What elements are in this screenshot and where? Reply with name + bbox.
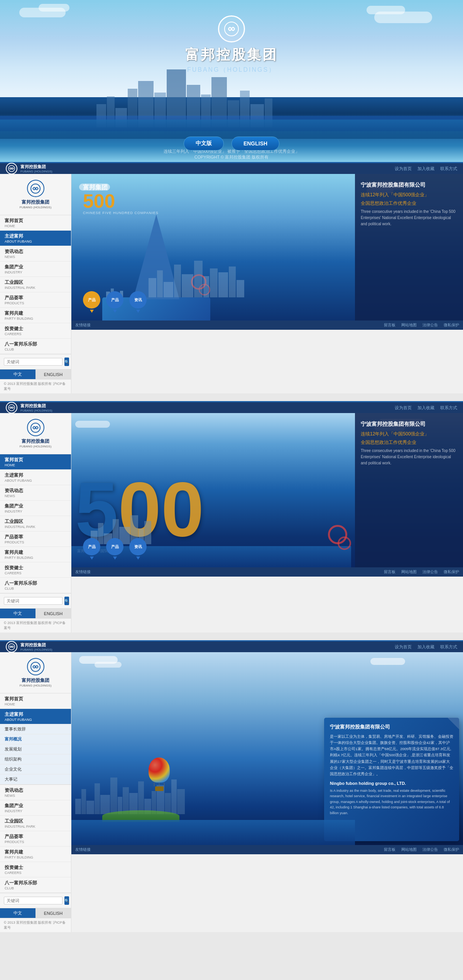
search-btn-3[interactable]: 🔍 bbox=[64, 896, 69, 905]
sidebar-nav-1: 富邦首页 HOME 主进富邦 ABOUT FUBANG 资讯动态 NEWS 集团… bbox=[0, 215, 71, 354]
footer-link-privacy[interactable]: 微私保护 bbox=[444, 322, 459, 328]
nav-park-3[interactable]: 工业园区 INDUSTRIAL PARK bbox=[0, 816, 71, 831]
footer-link-board-2[interactable]: 留言板 bbox=[384, 569, 395, 575]
sub-nav-overview[interactable]: 富邦概况 bbox=[0, 734, 71, 744]
nav-products-2[interactable]: 产品荟萃 PRODUCTS bbox=[0, 531, 71, 547]
bubble2-3[interactable]: 资讯 bbox=[129, 538, 147, 560]
search-btn-2[interactable]: 🔍 bbox=[64, 597, 69, 605]
nav-club-3[interactable]: 八一富邦乐乐部 CLUB bbox=[0, 877, 71, 893]
nav-industry-cn-1: 集团产业 bbox=[5, 264, 66, 270]
cloud3-2 bbox=[95, 662, 122, 668]
footer-link-privacy-3[interactable]: 微私保护 bbox=[444, 847, 459, 852]
footer-link-legal[interactable]: 法律公告 bbox=[422, 322, 438, 328]
top-link-contact-1[interactable]: 联系方式 bbox=[440, 166, 457, 172]
bubble2-1[interactable]: 产品 bbox=[83, 538, 100, 560]
footer-link-legal-2[interactable]: 法律公告 bbox=[422, 569, 438, 575]
top-link-contact-3[interactable]: 联系方式 bbox=[440, 644, 457, 650]
footer-link-privacy-2[interactable]: 微私保护 bbox=[444, 569, 459, 575]
nav-news-2[interactable]: 资讯动态 NEWS bbox=[0, 485, 71, 501]
hero-btn-en[interactable]: ENGLISH bbox=[231, 137, 279, 150]
search-btn-1[interactable]: 🔍 bbox=[64, 358, 69, 366]
sub-nav-history[interactable]: 大事记 bbox=[0, 774, 71, 784]
nav-products-cn-2: 产品荟萃 bbox=[5, 534, 66, 540]
top-link-favorite-2[interactable]: 加入收藏 bbox=[417, 405, 434, 411]
nav-park-2[interactable]: 工业园区 INDUSTRIAL PARK bbox=[0, 516, 71, 531]
top-link-contact-2[interactable]: 联系方式 bbox=[440, 405, 457, 411]
footer-link-board-3[interactable]: 留言板 bbox=[384, 847, 395, 852]
nav-about-cn-1: 主进富邦 bbox=[5, 233, 66, 240]
nav-home-1[interactable]: 富邦首页 HOME bbox=[0, 215, 71, 231]
hero-btn-cn[interactable]: 中文版 bbox=[184, 137, 224, 150]
hero-title-cn: 富邦控股集团 bbox=[185, 46, 278, 64]
nav-careers-1[interactable]: 投资健士 CAREERS bbox=[0, 323, 71, 339]
top-link-favorite-3[interactable]: 加入收藏 bbox=[417, 644, 434, 650]
nav-home-3[interactable]: 富邦首页 HOME bbox=[0, 693, 71, 709]
search-input-1[interactable] bbox=[4, 358, 63, 366]
nav-about-1[interactable]: 主进富邦 ABOUT FUBANG bbox=[0, 231, 71, 246]
content-footer-3: 友情链接 留言板 网站地图 法律公告 微私保护 bbox=[71, 845, 463, 854]
nav-park-1[interactable]: 工业园区 INDUSTRIAL PARK bbox=[0, 277, 71, 292]
sidebar-1: 富邦控股集团 FUBANG (HOLDINGS) 富邦首页 HOME 主进富邦 … bbox=[0, 174, 71, 393]
nav-news-1[interactable]: 资讯动态 NEWS bbox=[0, 246, 71, 261]
lang-en-btn-2[interactable]: ENGLISH bbox=[35, 609, 71, 618]
nav-about-2[interactable]: 主进富邦 ABOUT FUBANG bbox=[0, 470, 71, 485]
search-input-3[interactable] bbox=[4, 897, 63, 904]
bubble-pin-1 bbox=[90, 310, 94, 313]
nav-party-2[interactable]: 富邦共建 PARTY BUILDING bbox=[0, 547, 71, 562]
top-bar-logo-circle-2 bbox=[6, 402, 17, 413]
footer-link-sitemap-2[interactable]: 网站地图 bbox=[401, 569, 417, 575]
bg-skyline-3 bbox=[75, 752, 355, 814]
nav-club-1[interactable]: 八一富邦乐乐部 CLUB bbox=[0, 339, 71, 354]
bubble-1[interactable]: 产品 bbox=[83, 291, 100, 313]
nav-careers-3[interactable]: 投资健士 CAREERS bbox=[0, 862, 71, 877]
lang-cn-btn-3[interactable]: 中文 bbox=[0, 908, 35, 918]
sub-nav-culture[interactable]: 企业文化 bbox=[0, 764, 71, 774]
lang-cn-btn-2[interactable]: 中文 bbox=[0, 609, 35, 618]
lang-en-btn-1[interactable]: ENGLISH bbox=[35, 369, 71, 379]
sub-nav-org[interactable]: 组织架构 bbox=[0, 754, 71, 764]
top-link-favorite-1[interactable]: 加入收藏 bbox=[417, 166, 434, 172]
nav-home-2[interactable]: 富邦首页 HOME bbox=[0, 454, 71, 470]
nav-careers-2[interactable]: 投资健士 CAREERS bbox=[0, 562, 71, 578]
top-link-home-3[interactable]: 设为首页 bbox=[395, 644, 412, 650]
nav-industry-1[interactable]: 集团产业 INDUSTRY bbox=[0, 261, 71, 277]
bubble-3[interactable]: 资讯 bbox=[129, 291, 147, 313]
lang-cn-btn-1[interactable]: 中文 bbox=[0, 369, 35, 379]
footer-link-sitemap[interactable]: 网站地图 bbox=[401, 322, 417, 328]
nav-industry-2[interactable]: 集团产业 INDUSTRY bbox=[0, 501, 71, 516]
top-bar-links-2: 设为首页 加入收藏 联系方式 bbox=[395, 405, 457, 411]
nav-party-1[interactable]: 富邦共建 PARTY BUILDING bbox=[0, 308, 71, 323]
bubble2-2[interactable]: 产品 bbox=[106, 538, 123, 560]
lang-en-btn-3[interactable]: ENGLISH bbox=[35, 908, 71, 918]
footer-link-sitemap-3[interactable]: 网站地图 bbox=[401, 847, 417, 852]
nav-products-1[interactable]: 产品荟萃 PRODUCTS bbox=[0, 292, 71, 308]
nav-news-3[interactable]: 资讯动态 NEWS bbox=[0, 785, 71, 800]
content-hero-1: 富邦集团 500 CHINESE FIVE HUNDRED COMPANIES bbox=[71, 174, 463, 320]
sidebar-logo-1: 富邦控股集团 FUBANG (HOLDINGS) bbox=[0, 174, 71, 215]
search-input-2[interactable] bbox=[4, 597, 63, 605]
nav-party-cn-2: 富邦共建 bbox=[5, 549, 66, 556]
top-link-home-1[interactable]: 设为首页 bbox=[395, 166, 412, 172]
nav-industry-3[interactable]: 集团产业 INDUSTRY bbox=[0, 800, 71, 816]
footer-link-board[interactable]: 留言板 bbox=[384, 322, 395, 328]
sidebar-nav-2: 富邦首页 HOME 主进富邦 ABOUT FUBANG 资讯动态 NEWS 集团… bbox=[0, 454, 71, 593]
hero-logo-circle bbox=[218, 15, 245, 42]
logo-svg-2 bbox=[8, 404, 15, 412]
hero-logo-svg bbox=[224, 21, 239, 37]
balloon-lines bbox=[149, 783, 170, 786]
sidebar-logo-circle-1 bbox=[27, 180, 44, 197]
sub-nav-chairman[interactable]: 董事长致辞 bbox=[0, 724, 71, 734]
nav-club-2[interactable]: 八一富邦乐乐部 CLUB bbox=[0, 578, 71, 593]
nav-products-3[interactable]: 产品荟萃 PRODUCTS bbox=[0, 831, 71, 847]
sub-nav-plan[interactable]: 发展规划 bbox=[0, 744, 71, 754]
bubble-2[interactable]: 产品 bbox=[106, 291, 123, 313]
footer-link-legal-3[interactable]: 法律公告 bbox=[422, 847, 438, 852]
right-sub1-1: 连续12年列入「中国500强企业」 bbox=[361, 192, 457, 198]
logo-svg-3 bbox=[8, 643, 15, 651]
balloon-3 bbox=[149, 757, 170, 791]
nav-about-3[interactable]: 主进富邦 ABOUT FUBANG bbox=[0, 709, 71, 724]
nav-party-3[interactable]: 富邦共建 PARTY BUILDING bbox=[0, 847, 71, 862]
sidebar-lang-3: 中文 ENGLISH bbox=[0, 908, 71, 918]
right-panel-2: 宁波富邦控股集团有限公司 连续12年列入「中国500强企业」 全国思想政治工作优… bbox=[355, 413, 463, 567]
top-link-home-2[interactable]: 设为首页 bbox=[395, 405, 412, 411]
